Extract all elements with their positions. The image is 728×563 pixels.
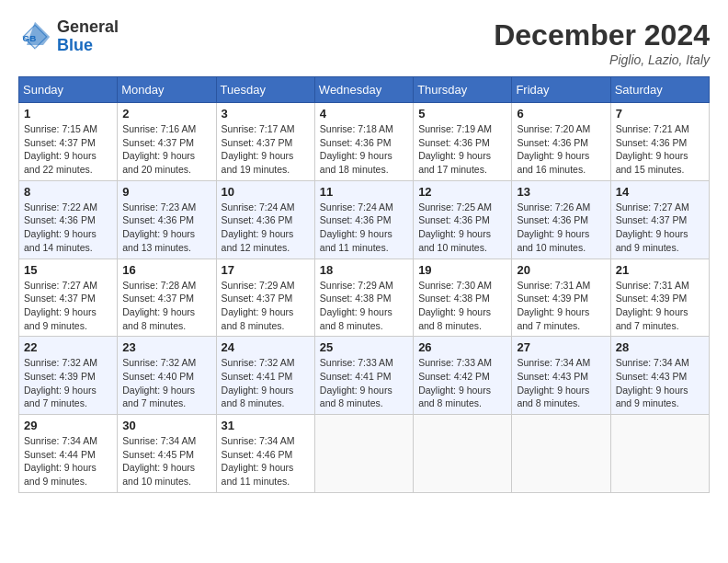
day-number: 8 [24,185,112,199]
day-number: 2 [122,107,210,121]
calendar-cell: 27 Sunrise: 7:34 AM Sunset: 4:43 PM Dayl… [512,337,610,415]
calendar-cell: 8 Sunrise: 7:22 AM Sunset: 4:36 PM Dayli… [19,180,118,259]
calendar-cell: 2 Sunrise: 7:16 AM Sunset: 4:37 PM Dayli… [118,103,216,181]
calendar-cell: 5 Sunrise: 7:19 AM Sunset: 4:36 PM Dayli… [414,103,512,181]
calendar-cell: 15 Sunrise: 7:27 AM Sunset: 4:37 PM Dayl… [19,259,118,337]
day-info: Sunrise: 7:19 AM Sunset: 4:36 PM Dayligh… [418,122,506,177]
day-info: Sunrise: 7:34 AM Sunset: 4:46 PM Dayligh… [222,434,310,488]
day-info: Sunrise: 7:29 AM Sunset: 4:38 PM Dayligh… [320,279,408,333]
weekday-header: Thursday [414,77,512,103]
page-header: GB General Blue December 2024 Piglio, La… [18,18,710,67]
day-info: Sunrise: 7:31 AM Sunset: 4:39 PM Dayligh… [517,279,605,333]
day-info: Sunrise: 7:16 AM Sunset: 4:37 PM Dayligh… [122,122,210,177]
day-info: Sunrise: 7:23 AM Sunset: 4:36 PM Dayligh… [122,201,210,255]
day-info: Sunrise: 7:34 AM Sunset: 4:43 PM Dayligh… [616,356,704,410]
logo-icon: GB [18,20,51,53]
day-number: 1 [24,107,112,121]
day-info: Sunrise: 7:30 AM Sunset: 4:38 PM Dayligh… [418,279,506,333]
day-info: Sunrise: 7:22 AM Sunset: 4:36 PM Dayligh… [24,201,112,255]
day-number: 17 [222,263,310,277]
logo-blue: Blue [57,36,93,54]
day-number: 14 [616,185,704,199]
calendar-cell: 13 Sunrise: 7:26 AM Sunset: 4:36 PM Dayl… [512,180,610,259]
calendar-cell: 21 Sunrise: 7:31 AM Sunset: 4:39 PM Dayl… [610,259,709,337]
day-number: 30 [122,419,210,432]
calendar-cell: 18 Sunrise: 7:29 AM Sunset: 4:38 PM Dayl… [314,259,413,337]
calendar-cell: 29 Sunrise: 7:34 AM Sunset: 4:44 PM Dayl… [19,415,118,493]
day-info: Sunrise: 7:15 AM Sunset: 4:37 PM Dayligh… [24,122,112,177]
calendar: SundayMondayTuesdayWednesdayThursdayFrid… [18,76,710,493]
calendar-cell: 9 Sunrise: 7:23 AM Sunset: 4:36 PM Dayli… [118,180,216,259]
calendar-cell: 31 Sunrise: 7:34 AM Sunset: 4:46 PM Dayl… [216,415,314,493]
day-number: 9 [122,185,210,199]
calendar-cell: 12 Sunrise: 7:25 AM Sunset: 4:36 PM Dayl… [414,180,512,259]
weekday-header: Tuesday [216,77,314,103]
day-number: 16 [122,263,210,277]
calendar-cell: 28 Sunrise: 7:34 AM Sunset: 4:43 PM Dayl… [610,337,709,415]
logo-general: General [57,17,119,36]
weekday-header: Wednesday [314,77,413,103]
day-info: Sunrise: 7:26 AM Sunset: 4:36 PM Dayligh… [517,201,605,255]
day-number: 3 [222,107,310,121]
calendar-cell [512,415,610,493]
calendar-cell: 22 Sunrise: 7:32 AM Sunset: 4:39 PM Dayl… [19,337,118,415]
day-number: 19 [418,263,506,277]
logo-text: General Blue [57,18,119,55]
day-info: Sunrise: 7:20 AM Sunset: 4:36 PM Dayligh… [517,122,605,177]
calendar-cell [610,415,709,493]
day-info: Sunrise: 7:17 AM Sunset: 4:37 PM Dayligh… [222,122,310,177]
day-number: 25 [320,340,408,354]
day-number: 5 [418,107,506,121]
calendar-cell: 17 Sunrise: 7:29 AM Sunset: 4:37 PM Dayl… [216,259,314,337]
svg-text:GB: GB [23,33,37,43]
day-info: Sunrise: 7:33 AM Sunset: 4:41 PM Dayligh… [320,356,408,410]
day-number: 21 [616,263,704,277]
calendar-cell: 26 Sunrise: 7:33 AM Sunset: 4:42 PM Dayl… [414,337,512,415]
day-info: Sunrise: 7:24 AM Sunset: 4:36 PM Dayligh… [222,201,310,255]
calendar-cell: 11 Sunrise: 7:24 AM Sunset: 4:36 PM Dayl… [314,180,413,259]
day-info: Sunrise: 7:25 AM Sunset: 4:36 PM Dayligh… [418,201,506,255]
day-info: Sunrise: 7:34 AM Sunset: 4:44 PM Dayligh… [24,434,112,488]
weekday-header: Friday [512,77,610,103]
day-number: 31 [222,419,310,432]
day-number: 7 [616,107,704,121]
logo: GB General Blue [18,18,119,55]
calendar-week-row: 22 Sunrise: 7:32 AM Sunset: 4:39 PM Dayl… [19,337,710,415]
day-number: 4 [320,107,408,121]
calendar-cell: 1 Sunrise: 7:15 AM Sunset: 4:37 PM Dayli… [19,103,118,181]
calendar-cell: 25 Sunrise: 7:33 AM Sunset: 4:41 PM Dayl… [314,337,413,415]
calendar-cell [414,415,512,493]
day-number: 10 [222,185,310,199]
weekday-header: Sunday [19,77,118,103]
day-number: 22 [24,340,112,354]
day-number: 20 [517,263,605,277]
weekday-header: Monday [118,77,216,103]
calendar-cell [314,415,413,493]
calendar-cell: 23 Sunrise: 7:32 AM Sunset: 4:40 PM Dayl… [118,337,216,415]
calendar-cell: 10 Sunrise: 7:24 AM Sunset: 4:36 PM Dayl… [216,180,314,259]
calendar-cell: 6 Sunrise: 7:20 AM Sunset: 4:36 PM Dayli… [512,103,610,181]
day-info: Sunrise: 7:34 AM Sunset: 4:45 PM Dayligh… [122,434,210,488]
calendar-week-row: 15 Sunrise: 7:27 AM Sunset: 4:37 PM Dayl… [19,259,710,337]
day-number: 12 [418,185,506,199]
weekday-header: Saturday [610,77,709,103]
day-info: Sunrise: 7:32 AM Sunset: 4:40 PM Dayligh… [122,356,210,410]
day-number: 29 [24,419,112,432]
day-number: 15 [24,263,112,277]
calendar-cell: 14 Sunrise: 7:27 AM Sunset: 4:37 PM Dayl… [610,180,709,259]
day-number: 24 [222,340,310,354]
day-number: 18 [320,263,408,277]
day-info: Sunrise: 7:29 AM Sunset: 4:37 PM Dayligh… [222,279,310,333]
calendar-cell: 7 Sunrise: 7:21 AM Sunset: 4:36 PM Dayli… [610,103,709,181]
day-info: Sunrise: 7:27 AM Sunset: 4:37 PM Dayligh… [24,279,112,333]
day-info: Sunrise: 7:34 AM Sunset: 4:43 PM Dayligh… [517,356,605,410]
day-info: Sunrise: 7:27 AM Sunset: 4:37 PM Dayligh… [616,201,704,255]
calendar-cell: 4 Sunrise: 7:18 AM Sunset: 4:36 PM Dayli… [314,103,413,181]
day-number: 23 [122,340,210,354]
day-info: Sunrise: 7:24 AM Sunset: 4:36 PM Dayligh… [320,201,408,255]
day-number: 27 [517,340,605,354]
calendar-cell: 30 Sunrise: 7:34 AM Sunset: 4:45 PM Dayl… [118,415,216,493]
day-number: 6 [517,107,605,121]
calendar-week-row: 8 Sunrise: 7:22 AM Sunset: 4:36 PM Dayli… [19,180,710,259]
day-info: Sunrise: 7:18 AM Sunset: 4:36 PM Dayligh… [320,122,408,177]
